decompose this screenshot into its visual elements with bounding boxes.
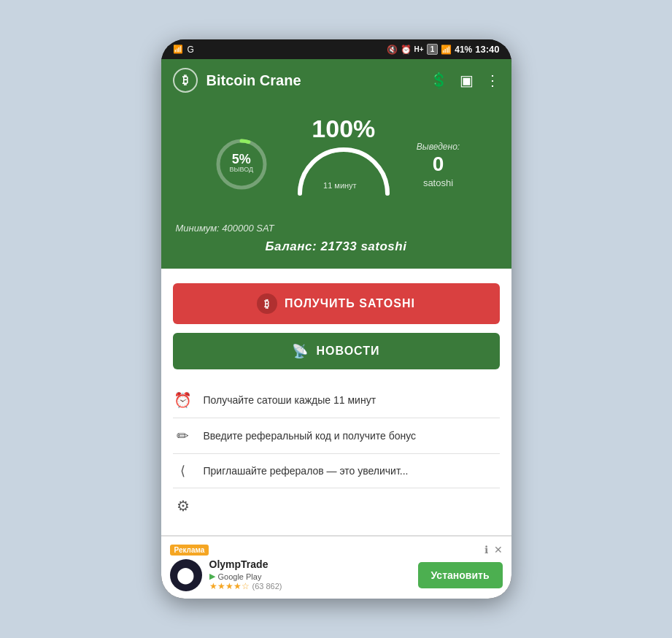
get-satoshi-button[interactable]: ₿ ПОЛУЧИТЬ SATOSHI: [173, 283, 500, 324]
app-header: ₿ Bitcoin Crane 💲 ▣ ⋮: [161, 59, 511, 101]
small-gauge-text: 5% ВЫВОД: [230, 152, 254, 173]
ad-banner: Реклама ℹ ✕ ⬤ OlympTrade ▶ Google Play ★…: [161, 535, 511, 599]
news-label: НОВОСТИ: [316, 345, 379, 358]
ad-title: OlympTrade: [209, 558, 411, 570]
get-satoshi-label: ПОЛУЧИТЬ SATOSHI: [285, 297, 415, 310]
small-gauge-label: ВЫВОД: [230, 166, 254, 173]
feature-text-2: Введите реферальный код и получите бонус: [204, 430, 417, 442]
bitcoin-logo-icon: ₿: [173, 68, 198, 93]
time: 13:40: [475, 44, 499, 55]
signal-bars: 📶: [441, 45, 452, 55]
balance-label: Баланс:: [266, 239, 317, 253]
list-item: ⟨ Приглашайте рефералов — это увеличит..…: [173, 454, 500, 488]
minimum-row: Минимум: 400000 SAT: [176, 223, 497, 234]
ad-info-icon[interactable]: ℹ: [484, 544, 488, 556]
status-left: 📶 G: [173, 45, 194, 55]
alarm-feature-icon: ⏰: [173, 391, 193, 409]
network-icon: H+: [414, 45, 424, 53]
get-satoshi-icon: ₿: [257, 293, 277, 314]
small-gauge: 5% ВЫВОД: [212, 135, 271, 193]
feature-list: ⏰ Получайте сатоши каждые 11 минут ✏ Вве…: [173, 383, 500, 523]
more-options-icon[interactable]: ⋮: [485, 72, 500, 89]
minimum-label: Минимум:: [176, 223, 220, 234]
mute-icon: 🔇: [387, 45, 398, 55]
content-area: ₿ ПОЛУЧИТЬ SATOSHI 📡 НОВОСТИ ⏰ Получайте…: [161, 269, 511, 535]
header-actions: 💲 ▣ ⋮: [430, 72, 500, 89]
withdrawn-unit: satoshi: [423, 177, 453, 188]
list-item: ⚙: [173, 488, 500, 523]
phone-frame: 📶 G 🔇 ⏰ H+ 1 📶 41% 13:40 ₿ Bitcoin Crane…: [161, 39, 511, 599]
ad-install-button[interactable]: Установить: [418, 562, 503, 588]
list-item: ✏ Введите реферальный код и получите бон…: [173, 418, 500, 454]
stats-area: 5% ВЫВОД 100% 11 минут Выведе: [161, 101, 511, 269]
withdrawn-value: 0: [417, 153, 460, 176]
small-gauge-percent: 5%: [230, 152, 254, 167]
balance-row: Баланс: 21733 satoshi: [176, 239, 497, 254]
settings-feature-icon: ⚙: [173, 497, 193, 515]
ad-content: ⬤ OlympTrade ▶ Google Play ★★★★☆ (63 862…: [170, 558, 503, 591]
big-gauge: 100% 11 минут: [285, 113, 402, 215]
withdrawn-info: Выведено: 0 satoshi: [417, 139, 460, 189]
ad-close-icon[interactable]: ✕: [494, 544, 503, 556]
big-gauge-percent: 100%: [312, 115, 375, 143]
ad-store: ▶ Google Play: [209, 572, 411, 581]
balance-value: 21733 satoshi: [320, 239, 406, 253]
feature-text-3: Приглашайте рефералов — это увеличит...: [204, 465, 409, 477]
alarm-icon: ⏰: [401, 45, 412, 55]
news-button[interactable]: 📡 НОВОСТИ: [173, 333, 500, 369]
withdrawn-label: Выведено:: [417, 142, 460, 152]
gauge-row: 5% ВЫВОД 100% 11 минут Выведе: [176, 113, 497, 215]
status-right: 🔇 ⏰ H+ 1 📶 41% 13:40: [387, 44, 500, 55]
news-icon: 📡: [292, 343, 309, 359]
app-title: Bitcoin Crane: [206, 72, 421, 89]
pencil-feature-icon: ✏: [173, 427, 193, 445]
status-bar: 📶 G 🔇 ⏰ H+ 1 📶 41% 13:40: [161, 39, 511, 59]
wifi-icon: 📶: [173, 45, 183, 54]
feature-text-1: Получайте сатоши каждые 11 минут: [204, 394, 376, 406]
g-icon: G: [188, 45, 194, 55]
dollar-icon[interactable]: 💲: [430, 72, 448, 89]
minimum-value: 400000 SAT: [222, 223, 274, 234]
ad-stars: ★★★★☆: [209, 581, 250, 591]
play-store-icon: ▶: [209, 572, 215, 581]
share-feature-icon: ⟨: [173, 463, 193, 479]
ad-reviews: (63 862): [252, 582, 282, 591]
ad-logo: ⬤: [170, 559, 202, 591]
list-item: ⏰ Получайте сатоши каждые 11 минут: [173, 383, 500, 418]
ad-store-name: Google Play: [218, 572, 262, 581]
ad-info: OlympTrade ▶ Google Play ★★★★☆ (63 862): [209, 558, 411, 591]
sim-icon: 1: [427, 44, 439, 55]
ad-label: Реклама: [170, 545, 209, 556]
battery: 41%: [455, 45, 472, 55]
big-gauge-text: 100% 11 минут: [312, 115, 375, 190]
wallet-icon[interactable]: ▣: [460, 72, 474, 89]
big-gauge-sub: 11 минут: [304, 181, 375, 190]
